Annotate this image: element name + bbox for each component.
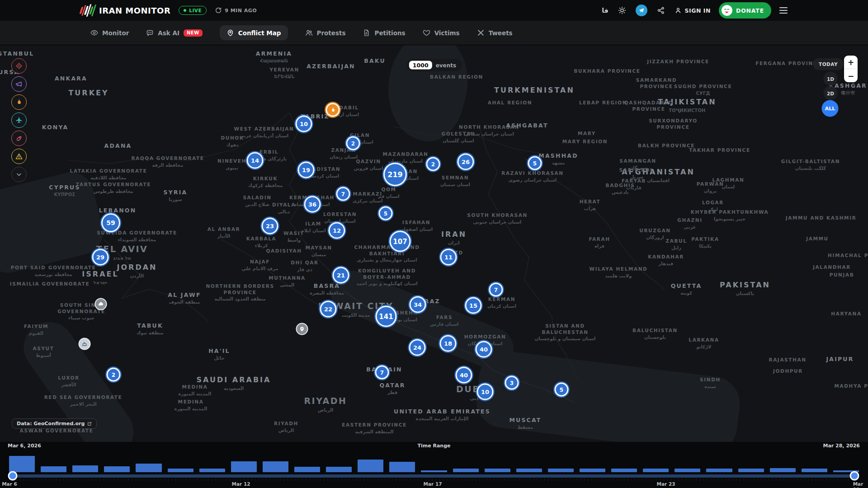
event-cluster-marker[interactable]: 19	[298, 162, 315, 178]
event-cluster-marker[interactable]: 11	[440, 249, 457, 266]
share-icon[interactable]	[656, 5, 666, 16]
zoom-in-button[interactable]: +	[844, 56, 858, 69]
event-cluster-marker[interactable]: 23	[262, 218, 278, 235]
event-cluster-marker[interactable]: 40	[476, 341, 492, 358]
histogram-bar	[72, 465, 98, 472]
event-cluster-marker[interactable]: 40	[456, 367, 472, 384]
range-start-handle[interactable]	[8, 471, 18, 481]
time-filter-today[interactable]: TODAY	[813, 58, 844, 70]
event-cluster-marker[interactable]: 12	[329, 222, 345, 239]
time-filter-2d[interactable]: 2D	[824, 86, 838, 100]
cloud-marker[interactable]	[95, 298, 107, 310]
nav-item-petitions[interactable]: Petitions	[363, 25, 405, 40]
tick-label-mar-6: Mar 6	[2, 481, 17, 487]
nav-items: MonitorAsk AINEWConflict MapProtestsPeti…	[90, 25, 513, 40]
last-updated[interactable]: 9 MIN AGO	[215, 7, 257, 14]
nav-item-ask-ai[interactable]: Ask AINEW	[146, 25, 202, 40]
event-cluster-marker[interactable]: 5	[379, 206, 393, 221]
event-cluster-marker[interactable]: 5	[528, 156, 542, 170]
event-cluster-marker[interactable]: 22	[320, 301, 337, 318]
time-range-title: Time Range	[417, 443, 450, 449]
filter-button-chevron-down[interactable]	[11, 167, 27, 182]
conflict-map[interactable]: ISTANBULBURSAANKARATURKEYKONYAADANAARMEN…	[0, 45, 868, 442]
nav-item-victims[interactable]: Victims	[423, 25, 460, 40]
events-count-pill: 1000 events	[407, 59, 462, 71]
single-event-marker[interactable]	[326, 103, 340, 117]
plane-icon	[15, 117, 23, 124]
event-cluster-marker[interactable]: 141	[376, 306, 397, 327]
language-toggle[interactable]: فا	[602, 7, 608, 14]
event-cluster-marker[interactable]: 15	[465, 297, 482, 314]
time-range-panel: Mar 6, 2026 Time Range Mar 28, 2026 Mar …	[0, 442, 868, 488]
tick-label-mar-17: Mar 17	[424, 481, 442, 487]
event-cluster-marker[interactable]: 18	[440, 335, 457, 352]
new-badge: NEW	[184, 29, 203, 37]
event-cluster-marker[interactable]: 2	[346, 136, 360, 150]
data-attribution-link[interactable]: Data: GeoConfirmed.org	[12, 418, 97, 429]
app-header: IRAN MONITOR LIVE 9 MIN AGO فا SIGN IN D…	[0, 0, 868, 21]
people-icon	[305, 29, 313, 37]
event-cluster-marker[interactable]: 107	[390, 231, 411, 252]
event-cluster-marker[interactable]: 5	[555, 383, 569, 397]
map-zoom-control: + −	[844, 56, 858, 82]
filter-button-plane[interactable]	[11, 113, 27, 128]
nav-label: Tweets	[489, 29, 513, 37]
event-cluster-marker[interactable]: 2	[107, 368, 121, 382]
histogram-bar	[453, 469, 479, 472]
event-cluster-marker[interactable]: 29	[92, 249, 109, 266]
event-cluster-marker[interactable]: 219	[383, 163, 407, 186]
event-cluster-marker[interactable]: 2	[426, 157, 440, 171]
events-histogram	[9, 450, 859, 472]
ship-marker[interactable]	[79, 338, 91, 350]
time-filter-all[interactable]: ALL	[822, 100, 839, 117]
warning-icon	[15, 153, 23, 160]
donate-button[interactable]: DONATE	[719, 2, 771, 19]
external-link-icon	[87, 422, 92, 426]
brand-title: IRAN MONITOR	[99, 6, 170, 15]
menu-icon[interactable]	[779, 7, 788, 14]
event-cluster-marker[interactable]: 59	[101, 213, 120, 232]
filter-button-warning[interactable]	[11, 149, 27, 164]
histogram-bar	[168, 469, 193, 472]
event-cluster-marker[interactable]: 24	[409, 339, 426, 356]
axis-tick-labels: Mar 6Mar 12Mar 17Mar 23Mar 28	[0, 481, 868, 488]
nav-item-monitor[interactable]: Monitor	[90, 25, 129, 40]
event-cluster-marker[interactable]: 10	[477, 384, 494, 400]
histogram-bar	[643, 469, 669, 472]
tick-label-mar-12: Mar 12	[232, 481, 250, 487]
heart-icon	[423, 29, 430, 37]
nav-item-tweets[interactable]: Tweets	[477, 25, 513, 40]
filter-button-target[interactable]	[11, 58, 27, 74]
pin-marker[interactable]	[296, 323, 308, 335]
brand-logo[interactable]: IRAN MONITOR	[80, 4, 170, 17]
filter-button-megaphone[interactable]	[11, 76, 27, 92]
filter-button-flame[interactable]	[11, 94, 27, 110]
event-cluster-marker[interactable]: 36	[304, 196, 321, 213]
histogram-bar	[738, 469, 764, 472]
time-filter-1d[interactable]: 1D	[824, 72, 838, 86]
telegram-icon[interactable]	[636, 5, 647, 16]
filter-button-rocket[interactable]	[11, 131, 27, 146]
rocket-icon	[15, 135, 23, 142]
event-cluster-marker[interactable]: 34	[410, 296, 426, 313]
nav-item-protests[interactable]: Protests	[305, 25, 346, 40]
zoom-out-button[interactable]: −	[844, 69, 858, 82]
event-cluster-marker[interactable]: 7	[336, 187, 350, 201]
flame-icon	[330, 107, 336, 113]
event-cluster-marker[interactable]: 26	[458, 154, 474, 170]
flame-icon	[15, 99, 23, 106]
event-cluster-marker[interactable]: 3	[505, 376, 519, 390]
sign-in-button[interactable]: SIGN IN	[675, 7, 711, 14]
event-cluster-marker[interactable]: 7	[489, 283, 503, 297]
theme-sun-icon[interactable]	[617, 5, 627, 16]
event-cluster-marker[interactable]: 7	[375, 366, 389, 380]
nav-label: Ask AI	[158, 29, 179, 37]
event-cluster-marker[interactable]: 10	[296, 116, 312, 132]
range-slider-track[interactable]	[9, 474, 859, 478]
event-cluster-marker[interactable]: 14	[247, 152, 264, 169]
histogram-bar	[104, 466, 130, 472]
nav-item-conflict-map[interactable]: Conflict Map	[220, 25, 288, 40]
event-cluster-marker[interactable]: 21	[333, 267, 349, 284]
range-end-handle[interactable]	[850, 471, 859, 481]
histogram-bar	[548, 469, 574, 472]
